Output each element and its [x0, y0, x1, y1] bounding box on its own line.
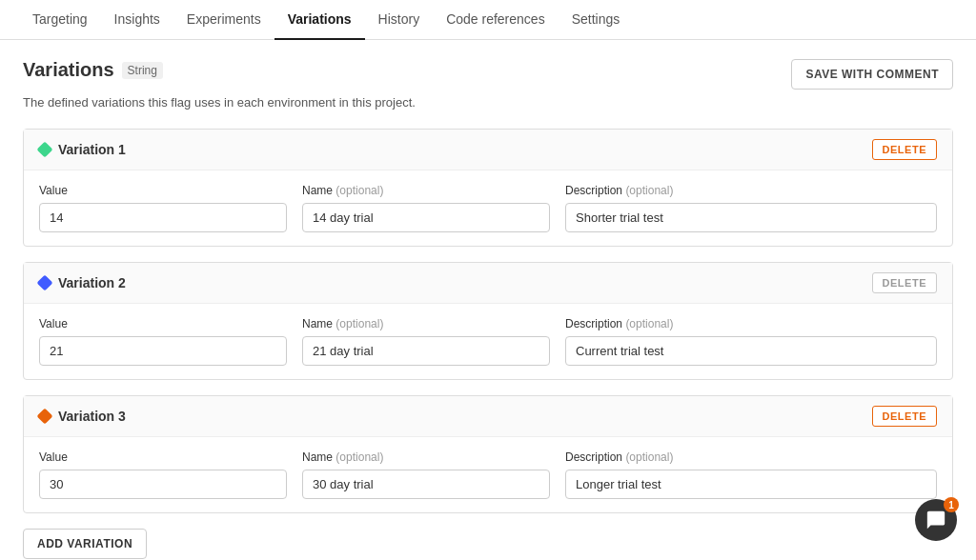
variation-3-desc-group: Description (optional) [565, 450, 937, 499]
variation-2-fields: Value Name (optional) Description (optio… [24, 304, 952, 379]
variation-1-header: Variation 1 DELETE [24, 130, 952, 170]
variation-2-diamond-icon [37, 275, 53, 291]
variation-1-delete-button[interactable]: DELETE [872, 139, 937, 160]
save-with-comment-button[interactable]: SAVE WITH COMMENT [791, 59, 953, 90]
variation-2-name-label: Name (optional) [302, 317, 550, 330]
variation-2-name: Variation 2 [39, 275, 126, 290]
variation-2-desc-label: Description (optional) [565, 317, 937, 330]
nav-targeting[interactable]: Targeting [19, 0, 101, 40]
variation-1-name-input[interactable] [302, 203, 550, 232]
variation-2-delete-button[interactable]: DELETE [872, 272, 937, 293]
page-title: Variations String [23, 59, 163, 81]
page-subtitle: The defined variations this flag uses in… [23, 95, 953, 110]
variation-1-name-group: Name (optional) [302, 184, 550, 232]
variation-1-name-label: Name (optional) [302, 184, 550, 197]
variation-2-card: Variation 2 DELETE Value Name (optional)… [23, 262, 953, 380]
nav-experiments[interactable]: Experiments [173, 0, 274, 40]
variation-3-diamond-icon [37, 409, 53, 425]
variation-1-desc-label: Description (optional) [565, 184, 937, 197]
variation-2-value-group: Value [39, 317, 287, 366]
variation-1-card: Variation 1 DELETE Value Name (optional)… [23, 129, 953, 247]
variation-3-value-group: Value [39, 450, 287, 499]
variation-1-desc-group: Description (optional) [565, 184, 937, 232]
chat-button[interactable]: 1 [915, 499, 957, 541]
variation-3-fields: Value Name (optional) Description (optio… [24, 437, 952, 512]
variation-1-value-input[interactable] [39, 203, 287, 232]
variation-3-delete-button[interactable]: DELETE [872, 406, 937, 427]
variation-3-name: Variation 3 [39, 409, 126, 424]
variation-3-desc-input[interactable] [565, 470, 937, 499]
variation-1-value-label: Value [39, 184, 287, 197]
variation-3-header: Variation 3 DELETE [24, 396, 952, 437]
variation-1-diamond-icon [37, 142, 53, 158]
variation-2-value-input[interactable] [39, 336, 287, 366]
variation-3-name-label: Name (optional) [302, 450, 550, 464]
variation-2-name-input[interactable] [302, 336, 550, 366]
nav-insights[interactable]: Insights [101, 0, 173, 40]
variation-3-name-group: Name (optional) [302, 450, 550, 499]
variation-3-value-label: Value [39, 450, 287, 464]
variation-1-fields: Value Name (optional) Description (optio… [24, 170, 952, 246]
add-variation-button[interactable]: ADD VARIATION [23, 529, 147, 559]
page-header: Variations String SAVE WITH COMMENT [23, 59, 953, 90]
type-badge: String [122, 62, 163, 79]
main-content: Variations String SAVE WITH COMMENT The … [0, 40, 976, 560]
variation-3-desc-label: Description (optional) [565, 450, 937, 464]
variation-3-value-input[interactable] [39, 470, 287, 499]
variation-1-name: Variation 1 [39, 142, 126, 157]
top-navigation: Targeting Insights Experiments Variation… [0, 0, 976, 40]
chat-icon [925, 510, 946, 530]
nav-variations[interactable]: Variations [274, 0, 365, 40]
variation-2-value-label: Value [39, 317, 287, 330]
variation-2-name-group: Name (optional) [302, 317, 550, 366]
variation-3-name-input[interactable] [302, 470, 550, 499]
variation-2-desc-input[interactable] [565, 336, 937, 366]
variation-2-desc-group: Description (optional) [565, 317, 937, 366]
variation-3-card: Variation 3 DELETE Value Name (optional)… [23, 395, 953, 513]
nav-code-references[interactable]: Code references [433, 0, 559, 40]
nav-settings[interactable]: Settings [559, 0, 634, 40]
nav-history[interactable]: History [365, 0, 434, 40]
variation-2-header: Variation 2 DELETE [24, 263, 952, 304]
variation-1-value-group: Value [39, 184, 287, 232]
variation-1-desc-input[interactable] [565, 203, 937, 232]
chat-badge: 1 [944, 497, 959, 512]
